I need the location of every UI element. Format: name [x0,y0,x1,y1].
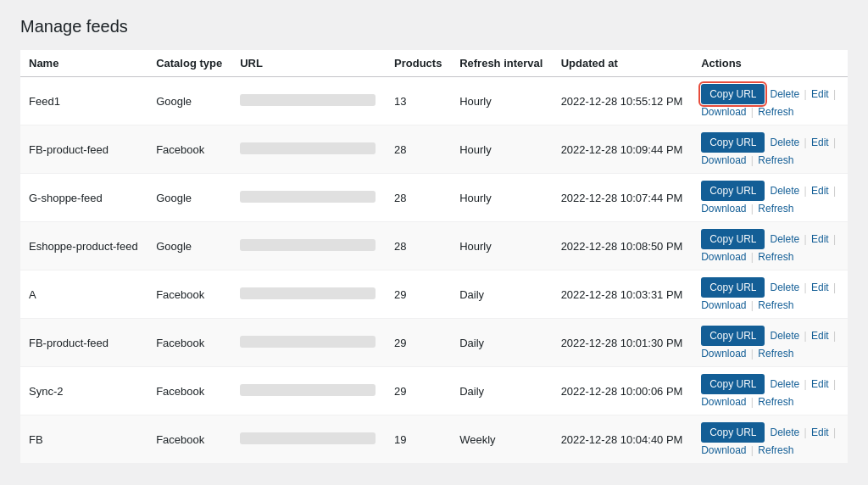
download-link[interactable]: Download [701,396,746,408]
col-actions: Actions [693,50,848,77]
feed-name: FB [20,415,147,464]
col-updated-at: Updated at [553,50,693,77]
updated-at: 2022-12-28 10:04:40 PM [553,415,693,464]
url-placeholder [240,384,376,396]
refresh-interval: Daily [451,270,552,319]
url-placeholder [240,287,376,299]
product-count: 28 [386,125,451,174]
edit-link[interactable]: Edit [811,185,829,197]
edit-link[interactable]: Edit [811,282,829,293]
actions-cell: Copy URLDelete | Edit |Download | Refres… [693,77,848,125]
edit-link[interactable]: Edit [811,137,829,148]
catalog-type: Facebook [147,367,231,415]
feed-url [231,125,386,174]
refresh-link[interactable]: Refresh [758,154,793,166]
actions-cell: Copy URLDelete | Edit |Download | Refres… [693,125,848,174]
actions-cell: Copy URLDelete | Edit |Download | Refres… [693,319,848,367]
download-link[interactable]: Download [701,251,746,263]
feeds-table: Name Catalog type URL Products Refresh i… [20,50,848,463]
catalog-type: Google [147,222,231,270]
feed-url [231,270,386,319]
refresh-link[interactable]: Refresh [758,203,793,215]
refresh-interval: Hourly [451,125,552,174]
url-placeholder [240,336,376,348]
feed-name: Eshoppe-product-feed [20,222,147,270]
refresh-link[interactable]: Refresh [758,444,793,456]
actions-cell: Copy URLDelete | Edit |Download | Refres… [693,174,848,222]
feed-name: A [20,270,147,319]
feed-url [231,222,386,270]
table-row: Feed1Google13Hourly2022-12-28 10:55:12 P… [20,77,848,125]
actions-cell: Copy URLDelete | Edit |Download | Refres… [693,270,848,319]
updated-at: 2022-12-28 10:01:30 PM [553,319,693,367]
table-row: G-shoppe-feedGoogle28Hourly2022-12-28 10… [20,174,848,222]
url-placeholder [240,191,376,203]
url-placeholder [240,239,376,251]
product-count: 28 [386,174,451,222]
feed-url [231,174,386,222]
delete-link[interactable]: Delete [770,88,799,100]
delete-link[interactable]: Delete [770,282,799,293]
table-row: Eshoppe-product-feedGoogle28Hourly2022-1… [20,222,848,270]
table-row: FBFacebook19Weekly2022-12-28 10:04:40 PM… [20,415,848,464]
feed-name: G-shoppe-feed [20,174,147,222]
download-link[interactable]: Download [701,203,746,215]
refresh-link[interactable]: Refresh [758,396,793,408]
delete-link[interactable]: Delete [770,185,799,197]
download-link[interactable]: Download [701,348,746,360]
copy-url-button[interactable]: Copy URL [701,84,765,104]
copy-url-button[interactable]: Copy URL [701,374,765,394]
refresh-link[interactable]: Refresh [758,251,793,263]
table-row: Sync-2Facebook29Daily2022-12-28 10:00:06… [20,367,848,415]
col-name: Name [20,50,147,77]
url-placeholder [240,142,376,154]
delete-link[interactable]: Delete [770,330,799,342]
col-url: URL [231,50,386,77]
delete-link[interactable]: Delete [770,137,799,148]
copy-url-button[interactable]: Copy URL [701,132,765,153]
delete-link[interactable]: Delete [770,378,799,390]
delete-link[interactable]: Delete [770,426,799,438]
refresh-link[interactable]: Refresh [758,106,793,118]
copy-url-button[interactable]: Copy URL [701,229,765,249]
refresh-link[interactable]: Refresh [758,348,793,360]
edit-link[interactable]: Edit [811,88,829,100]
refresh-interval: Daily [451,367,552,415]
edit-link[interactable]: Edit [811,330,829,342]
actions-cell: Copy URLDelete | Edit |Download | Refres… [693,415,848,464]
product-count: 19 [386,415,451,464]
delete-link[interactable]: Delete [770,233,799,245]
copy-url-button[interactable]: Copy URL [701,326,765,346]
table-row: FB-product-feedFacebook29Daily2022-12-28… [20,319,848,367]
url-placeholder [240,432,376,444]
edit-link[interactable]: Edit [811,233,829,245]
feed-name: Sync-2 [20,367,147,415]
actions-cell: Copy URLDelete | Edit |Download | Refres… [693,222,848,270]
catalog-type: Google [147,174,231,222]
download-link[interactable]: Download [701,154,746,166]
catalog-type: Facebook [147,270,231,319]
col-catalog-type: Catalog type [147,50,231,77]
table-row: AFacebook29Daily2022-12-28 10:03:31 PMCo… [20,270,848,319]
download-link[interactable]: Download [701,299,746,311]
updated-at: 2022-12-28 10:00:06 PM [553,367,693,415]
refresh-interval: Hourly [451,174,552,222]
updated-at: 2022-12-28 10:08:50 PM [553,222,693,270]
updated-at: 2022-12-28 10:03:31 PM [553,270,693,319]
feed-url [231,415,386,464]
edit-link[interactable]: Edit [811,378,829,390]
product-count: 28 [386,222,451,270]
copy-url-button[interactable]: Copy URL [701,181,765,201]
download-link[interactable]: Download [701,106,746,118]
edit-link[interactable]: Edit [811,426,829,438]
product-count: 29 [386,319,451,367]
download-link[interactable]: Download [701,444,746,456]
product-count: 29 [386,270,451,319]
copy-url-button[interactable]: Copy URL [701,277,765,298]
feed-url [231,319,386,367]
refresh-link[interactable]: Refresh [758,299,793,311]
copy-url-button[interactable]: Copy URL [701,422,765,443]
col-refresh-interval: Refresh interval [451,50,552,77]
updated-at: 2022-12-28 10:55:12 PM [553,77,693,125]
actions-cell: Copy URLDelete | Edit |Download | Refres… [693,367,848,415]
